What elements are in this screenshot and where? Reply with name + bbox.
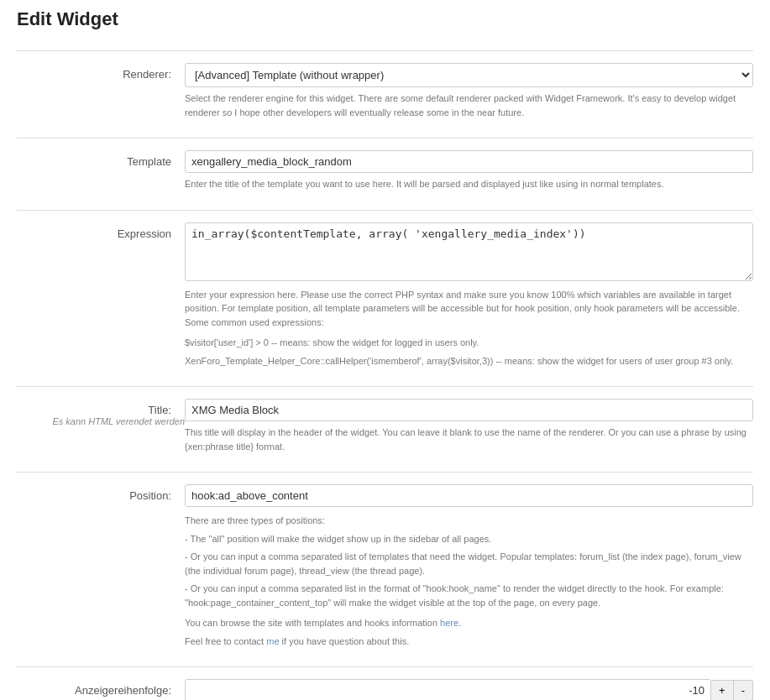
- template-input[interactable]: [185, 150, 753, 173]
- position-here-link[interactable]: here: [440, 618, 458, 628]
- expression-content: Enter your expression here. Please use t…: [185, 222, 753, 368]
- expression-textarea[interactable]: [185, 222, 753, 281]
- expression-hint2: $visitor['user_id'] > 0 -- means: show t…: [185, 336, 753, 350]
- expression-row: Expression Enter your expression here. P…: [17, 222, 753, 368]
- expression-hint1: Enter your expression here. Please use t…: [185, 288, 753, 330]
- position-hint5-row: You can browse the site with templates a…: [185, 616, 753, 630]
- title-section: Title: Es kann HTML verendet werden This…: [17, 386, 753, 472]
- renderer-row: Renderer: [Advanced] Template (without w…: [17, 63, 753, 119]
- position-hint6: Feel free to contact: [185, 636, 264, 646]
- title-content: This title will display in the header of…: [185, 399, 753, 453]
- displayorder-content: + - The position of this widget relative…: [185, 679, 753, 700]
- expression-section: Expression Enter your expression here. P…: [17, 210, 753, 387]
- position-label: Position:: [17, 484, 185, 502]
- template-label: Template: [17, 150, 185, 168]
- position-hint7: if you have question about this.: [282, 636, 410, 646]
- renderer-label: Renderer:: [17, 63, 185, 81]
- stepper-plus-button[interactable]: +: [711, 680, 734, 700]
- position-row: Position: There are three types of posit…: [17, 484, 753, 648]
- title-sublabel: Es kann HTML verendet werden: [17, 416, 185, 426]
- renderer-section: Renderer: [Advanced] Template (without w…: [17, 50, 753, 138]
- displayorder-label: Anzeigereihenfolge:: [17, 679, 185, 697]
- expression-hint3: XenForo_Template_Helper_Core::callHelper…: [185, 354, 753, 368]
- displayorder-section: Anzeigereihenfolge: + - The position of …: [17, 666, 753, 700]
- position-input[interactable]: [185, 484, 753, 507]
- position-hint4: - Or you can input a comma separated lis…: [185, 582, 753, 609]
- page-title: Edit Widget: [17, 8, 753, 35]
- position-section: Position: There are three types of posit…: [17, 472, 753, 666]
- template-section: Template Enter the title of the template…: [17, 138, 753, 210]
- title-input[interactable]: [185, 399, 753, 421]
- title-label: Title:: [17, 399, 171, 416]
- title-row: Title: Es kann HTML verendet werden This…: [17, 399, 753, 453]
- position-hint6-row: Feel free to contact me if you have ques…: [185, 635, 753, 649]
- template-row: Template Enter the title of the template…: [17, 150, 753, 191]
- position-me-link[interactable]: me: [266, 636, 279, 646]
- title-label-group: Title: Es kann HTML verendet werden: [17, 399, 185, 426]
- title-hint: This title will display in the header of…: [185, 426, 753, 453]
- displayorder-input[interactable]: [185, 679, 711, 700]
- renderer-content: [Advanced] Template (without wrapper) Se…: [185, 63, 753, 119]
- stepper-minus-button[interactable]: -: [734, 680, 753, 700]
- renderer-select[interactable]: [Advanced] Template (without wrapper): [185, 63, 753, 87]
- template-content: Enter the title of the template you want…: [185, 150, 753, 191]
- displayorder-row: Anzeigereihenfolge: + - The position of …: [17, 679, 753, 700]
- position-hint2: - The "all" position will make the widge…: [185, 532, 753, 546]
- position-hint3: - Or you can input a comma separated lis…: [185, 550, 753, 577]
- position-content: There are three types of positions: - Th…: [185, 484, 753, 648]
- stepper-row: + -: [185, 679, 753, 700]
- position-hint1: There are three types of positions:: [185, 514, 753, 528]
- template-hint: Enter the title of the template you want…: [185, 177, 753, 191]
- expression-label: Expression: [17, 222, 185, 240]
- renderer-hint: Select the renderer engine for this widg…: [185, 91, 753, 119]
- position-hint5: You can browse the site with templates a…: [185, 618, 437, 628]
